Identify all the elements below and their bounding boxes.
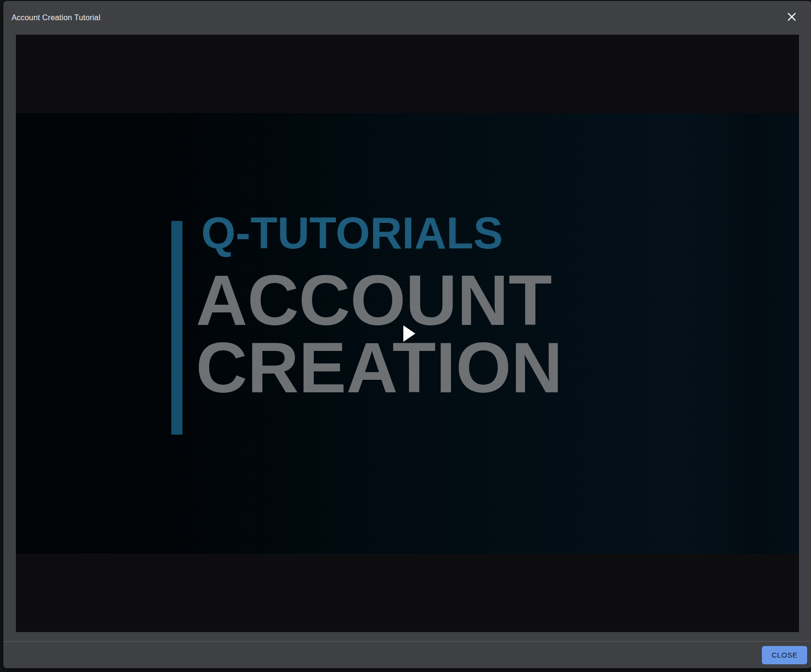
modal-title: Account Creation Tutorial [12, 13, 101, 22]
video-player[interactable]: Q-TUTORIALS ACCOUNT CREATION [16, 35, 799, 632]
modal-footer: CLOSE [3, 641, 811, 668]
play-button[interactable] [396, 322, 419, 345]
tutorial-modal: Account Creation Tutorial Q-TUTORIALS AC… [3, 1, 811, 668]
thumbnail-title-line2: CREATION [196, 332, 563, 403]
modal-header: Account Creation Tutorial [3, 1, 811, 35]
play-icon [403, 325, 415, 342]
thumbnail-accent-bar [171, 221, 182, 435]
modal-close-button[interactable] [784, 9, 800, 25]
close-icon [787, 13, 796, 21]
close-button[interactable]: CLOSE [762, 646, 807, 664]
page-backdrop: Account Creation Tutorial Q-TUTORIALS AC… [0, 0, 811, 672]
thumbnail-brand-text: Q-TUTORIALS [201, 211, 503, 255]
thumbnail-title-line1: ACCOUNT [196, 265, 552, 336]
